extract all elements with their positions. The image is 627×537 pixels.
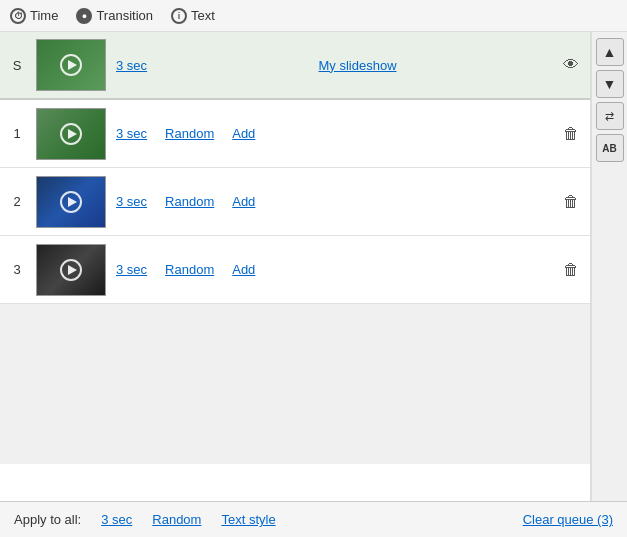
delete-icon-1[interactable]: 🗑 bbox=[560, 123, 582, 145]
transition-icon: ● bbox=[76, 8, 92, 24]
row-1-text[interactable]: Add bbox=[232, 126, 255, 141]
row-2-num: 2 bbox=[8, 194, 26, 209]
row-3-transition[interactable]: Random bbox=[165, 262, 214, 277]
bottom-text-style[interactable]: Text style bbox=[221, 512, 275, 527]
text-icon: i bbox=[171, 8, 187, 24]
row-2-actions: 🗑 bbox=[560, 191, 582, 213]
row-1-transition[interactable]: Random bbox=[165, 126, 214, 141]
up-button[interactable]: ▲ bbox=[596, 38, 624, 66]
play-overlay-2 bbox=[37, 177, 105, 227]
bottom-transition[interactable]: Random bbox=[152, 512, 201, 527]
row-1-num: 1 bbox=[8, 126, 26, 141]
tab-time-label: Time bbox=[30, 8, 58, 23]
tab-text-label: Text bbox=[191, 8, 215, 23]
slideshow-title[interactable]: My slideshow bbox=[165, 58, 550, 73]
down-button[interactable]: ▼ bbox=[596, 70, 624, 98]
header-row: S 3 sec My slideshow 👁 bbox=[0, 32, 590, 100]
play-triangle-3 bbox=[68, 265, 77, 275]
row-3-duration[interactable]: 3 sec bbox=[116, 262, 147, 277]
tab-text[interactable]: i Text bbox=[171, 8, 215, 24]
tab-transition-label: Transition bbox=[96, 8, 153, 23]
row-3-text[interactable]: Add bbox=[232, 262, 255, 277]
time-icon: ⏱ bbox=[10, 8, 26, 24]
right-sidebar: ▲ ▼ ⇄ AB bbox=[591, 32, 627, 501]
header-row-num: S bbox=[8, 58, 26, 73]
header-duration[interactable]: 3 sec bbox=[116, 58, 147, 73]
header-play-triangle bbox=[68, 60, 77, 70]
row-2-duration[interactable]: 3 sec bbox=[116, 194, 147, 209]
apply-to-all-label: Apply to all: bbox=[14, 512, 81, 527]
content-panel: S 3 sec My slideshow 👁 1 bbox=[0, 32, 591, 501]
thumbnail-3 bbox=[36, 244, 106, 296]
play-overlay-3 bbox=[37, 245, 105, 295]
row-2-controls: 3 sec Random Add bbox=[116, 194, 550, 209]
visibility-icon[interactable]: 👁 bbox=[560, 54, 582, 76]
row-2-transition[interactable]: Random bbox=[165, 194, 214, 209]
row-3-num: 3 bbox=[8, 262, 26, 277]
header-controls: 3 sec My slideshow bbox=[116, 58, 550, 73]
row-2-text[interactable]: Add bbox=[232, 194, 255, 209]
top-toolbar: ⏱ Time ● Transition i Text bbox=[0, 0, 627, 32]
play-triangle-2 bbox=[68, 197, 77, 207]
header-thumbnail bbox=[36, 39, 106, 91]
slide-row-3: 3 3 sec Random Add 🗑 bbox=[0, 236, 590, 304]
row-1-duration[interactable]: 3 sec bbox=[116, 126, 147, 141]
play-overlay-1 bbox=[37, 109, 105, 159]
delete-icon-3[interactable]: 🗑 bbox=[560, 259, 582, 281]
play-circle-2 bbox=[60, 191, 82, 213]
thumbnail-2 bbox=[36, 176, 106, 228]
shuffle-button[interactable]: ⇄ bbox=[596, 102, 624, 130]
play-circle-3 bbox=[60, 259, 82, 281]
tab-transition[interactable]: ● Transition bbox=[76, 8, 153, 24]
thumbnail-1 bbox=[36, 108, 106, 160]
header-play-overlay bbox=[37, 40, 105, 90]
row-1-controls: 3 sec Random Add bbox=[116, 126, 550, 141]
clear-queue-button[interactable]: Clear queue (3) bbox=[523, 512, 613, 527]
delete-icon-2[interactable]: 🗑 bbox=[560, 191, 582, 213]
bottom-duration[interactable]: 3 sec bbox=[101, 512, 132, 527]
tab-time[interactable]: ⏱ Time bbox=[10, 8, 58, 24]
empty-area bbox=[0, 304, 590, 464]
slide-row-2: 2 3 sec Random Add 🗑 bbox=[0, 168, 590, 236]
play-triangle-1 bbox=[68, 129, 77, 139]
header-actions: 👁 bbox=[560, 54, 582, 76]
row-3-actions: 🗑 bbox=[560, 259, 582, 281]
slide-row-1: 1 3 sec Random Add 🗑 bbox=[0, 100, 590, 168]
row-3-controls: 3 sec Random Add bbox=[116, 262, 550, 277]
header-play-circle bbox=[60, 54, 82, 76]
ab-button[interactable]: AB bbox=[596, 134, 624, 162]
row-1-actions: 🗑 bbox=[560, 123, 582, 145]
play-circle-1 bbox=[60, 123, 82, 145]
bottom-bar: Apply to all: 3 sec Random Text style Cl… bbox=[0, 501, 627, 537]
main-area: S 3 sec My slideshow 👁 1 bbox=[0, 32, 627, 501]
